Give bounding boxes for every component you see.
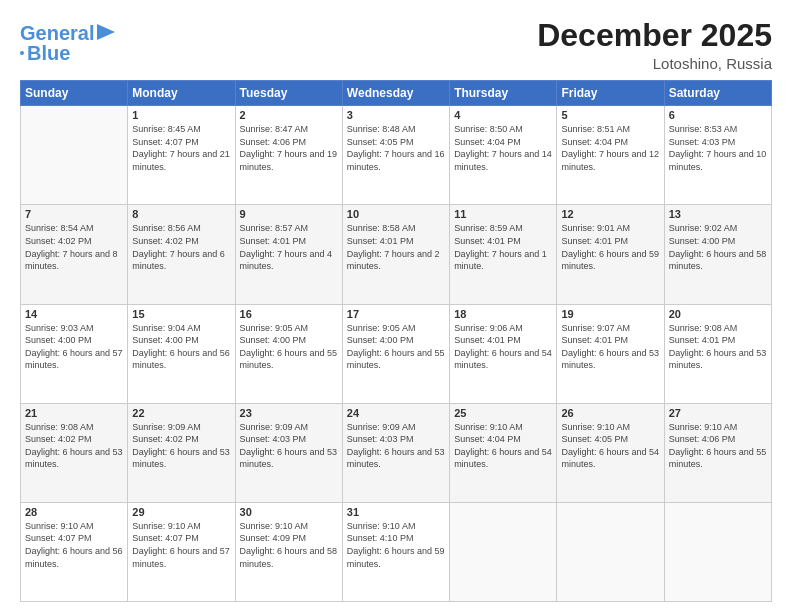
day-number: 5 xyxy=(561,109,659,121)
day-info: Sunrise: 9:09 AMSunset: 4:03 PMDaylight:… xyxy=(240,421,338,471)
calendar-cell: 11Sunrise: 8:59 AMSunset: 4:01 PMDayligh… xyxy=(450,205,557,304)
calendar-cell: 3Sunrise: 8:48 AMSunset: 4:05 PMDaylight… xyxy=(342,106,449,205)
day-number: 2 xyxy=(240,109,338,121)
day-number: 26 xyxy=(561,407,659,419)
logo-text: General xyxy=(20,22,94,44)
day-number: 16 xyxy=(240,308,338,320)
calendar-cell xyxy=(21,106,128,205)
calendar-cell: 16Sunrise: 9:05 AMSunset: 4:00 PMDayligh… xyxy=(235,304,342,403)
calendar-cell: 25Sunrise: 9:10 AMSunset: 4:04 PMDayligh… xyxy=(450,403,557,502)
day-info: Sunrise: 9:01 AMSunset: 4:01 PMDaylight:… xyxy=(561,222,659,272)
calendar-cell: 19Sunrise: 9:07 AMSunset: 4:01 PMDayligh… xyxy=(557,304,664,403)
day-info: Sunrise: 9:10 AMSunset: 4:07 PMDaylight:… xyxy=(25,520,123,570)
day-number: 31 xyxy=(347,506,445,518)
calendar-cell: 10Sunrise: 8:58 AMSunset: 4:01 PMDayligh… xyxy=(342,205,449,304)
day-number: 28 xyxy=(25,506,123,518)
day-info: Sunrise: 8:50 AMSunset: 4:04 PMDaylight:… xyxy=(454,123,552,173)
weekday-header-monday: Monday xyxy=(128,81,235,106)
calendar-cell: 24Sunrise: 9:09 AMSunset: 4:03 PMDayligh… xyxy=(342,403,449,502)
day-info: Sunrise: 9:10 AMSunset: 4:07 PMDaylight:… xyxy=(132,520,230,570)
day-info: Sunrise: 9:10 AMSunset: 4:05 PMDaylight:… xyxy=(561,421,659,471)
day-info: Sunrise: 9:03 AMSunset: 4:00 PMDaylight:… xyxy=(25,322,123,372)
day-info: Sunrise: 9:07 AMSunset: 4:01 PMDaylight:… xyxy=(561,322,659,372)
day-number: 27 xyxy=(669,407,767,419)
logo-blue-text: Blue xyxy=(27,42,70,64)
day-number: 30 xyxy=(240,506,338,518)
day-info: Sunrise: 9:06 AMSunset: 4:01 PMDaylight:… xyxy=(454,322,552,372)
day-number: 9 xyxy=(240,208,338,220)
calendar-cell: 22Sunrise: 9:09 AMSunset: 4:02 PMDayligh… xyxy=(128,403,235,502)
calendar-cell: 7Sunrise: 8:54 AMSunset: 4:02 PMDaylight… xyxy=(21,205,128,304)
day-info: Sunrise: 9:10 AMSunset: 4:09 PMDaylight:… xyxy=(240,520,338,570)
week-row-0: 1Sunrise: 8:45 AMSunset: 4:07 PMDaylight… xyxy=(21,106,772,205)
day-number: 4 xyxy=(454,109,552,121)
weekday-header-row: SundayMondayTuesdayWednesdayThursdayFrid… xyxy=(21,81,772,106)
calendar-cell: 15Sunrise: 9:04 AMSunset: 4:00 PMDayligh… xyxy=(128,304,235,403)
calendar-cell: 18Sunrise: 9:06 AMSunset: 4:01 PMDayligh… xyxy=(450,304,557,403)
weekday-header-wednesday: Wednesday xyxy=(342,81,449,106)
calendar-cell: 14Sunrise: 9:03 AMSunset: 4:00 PMDayligh… xyxy=(21,304,128,403)
day-info: Sunrise: 9:10 AMSunset: 4:10 PMDaylight:… xyxy=(347,520,445,570)
day-number: 20 xyxy=(669,308,767,320)
day-number: 29 xyxy=(132,506,230,518)
calendar-cell: 31Sunrise: 9:10 AMSunset: 4:10 PMDayligh… xyxy=(342,502,449,601)
day-number: 17 xyxy=(347,308,445,320)
day-info: Sunrise: 9:10 AMSunset: 4:06 PMDaylight:… xyxy=(669,421,767,471)
day-info: Sunrise: 9:04 AMSunset: 4:00 PMDaylight:… xyxy=(132,322,230,372)
calendar-cell: 6Sunrise: 8:53 AMSunset: 4:03 PMDaylight… xyxy=(664,106,771,205)
day-number: 14 xyxy=(25,308,123,320)
day-number: 3 xyxy=(347,109,445,121)
weekday-header-tuesday: Tuesday xyxy=(235,81,342,106)
calendar-cell: 23Sunrise: 9:09 AMSunset: 4:03 PMDayligh… xyxy=(235,403,342,502)
calendar-cell: 30Sunrise: 9:10 AMSunset: 4:09 PMDayligh… xyxy=(235,502,342,601)
day-number: 23 xyxy=(240,407,338,419)
day-number: 13 xyxy=(669,208,767,220)
calendar-cell: 4Sunrise: 8:50 AMSunset: 4:04 PMDaylight… xyxy=(450,106,557,205)
weekday-header-thursday: Thursday xyxy=(450,81,557,106)
month-year: December 2025 xyxy=(537,18,772,53)
day-number: 11 xyxy=(454,208,552,220)
calendar-cell: 27Sunrise: 9:10 AMSunset: 4:06 PMDayligh… xyxy=(664,403,771,502)
weekday-header-saturday: Saturday xyxy=(664,81,771,106)
logo: General Blue xyxy=(20,22,115,64)
day-info: Sunrise: 9:08 AMSunset: 4:02 PMDaylight:… xyxy=(25,421,123,471)
day-number: 22 xyxy=(132,407,230,419)
day-number: 15 xyxy=(132,308,230,320)
week-row-3: 21Sunrise: 9:08 AMSunset: 4:02 PMDayligh… xyxy=(21,403,772,502)
day-info: Sunrise: 9:05 AMSunset: 4:00 PMDaylight:… xyxy=(347,322,445,372)
weekday-header-sunday: Sunday xyxy=(21,81,128,106)
calendar-cell: 8Sunrise: 8:56 AMSunset: 4:02 PMDaylight… xyxy=(128,205,235,304)
svg-marker-0 xyxy=(97,24,115,40)
day-number: 25 xyxy=(454,407,552,419)
day-number: 19 xyxy=(561,308,659,320)
day-number: 8 xyxy=(132,208,230,220)
location: Lotoshino, Russia xyxy=(537,55,772,72)
calendar-cell: 20Sunrise: 9:08 AMSunset: 4:01 PMDayligh… xyxy=(664,304,771,403)
calendar-cell xyxy=(557,502,664,601)
calendar-cell: 1Sunrise: 8:45 AMSunset: 4:07 PMDaylight… xyxy=(128,106,235,205)
day-number: 21 xyxy=(25,407,123,419)
calendar-cell: 28Sunrise: 9:10 AMSunset: 4:07 PMDayligh… xyxy=(21,502,128,601)
day-info: Sunrise: 8:57 AMSunset: 4:01 PMDaylight:… xyxy=(240,222,338,272)
day-info: Sunrise: 9:09 AMSunset: 4:03 PMDaylight:… xyxy=(347,421,445,471)
calendar-cell xyxy=(664,502,771,601)
day-info: Sunrise: 8:58 AMSunset: 4:01 PMDaylight:… xyxy=(347,222,445,272)
calendar-cell: 5Sunrise: 8:51 AMSunset: 4:04 PMDaylight… xyxy=(557,106,664,205)
week-row-4: 28Sunrise: 9:10 AMSunset: 4:07 PMDayligh… xyxy=(21,502,772,601)
day-info: Sunrise: 8:47 AMSunset: 4:06 PMDaylight:… xyxy=(240,123,338,173)
calendar-cell: 2Sunrise: 8:47 AMSunset: 4:06 PMDaylight… xyxy=(235,106,342,205)
day-number: 12 xyxy=(561,208,659,220)
calendar-cell: 12Sunrise: 9:01 AMSunset: 4:01 PMDayligh… xyxy=(557,205,664,304)
calendar-cell: 21Sunrise: 9:08 AMSunset: 4:02 PMDayligh… xyxy=(21,403,128,502)
calendar-cell: 9Sunrise: 8:57 AMSunset: 4:01 PMDaylight… xyxy=(235,205,342,304)
day-info: Sunrise: 8:54 AMSunset: 4:02 PMDaylight:… xyxy=(25,222,123,272)
day-info: Sunrise: 8:45 AMSunset: 4:07 PMDaylight:… xyxy=(132,123,230,173)
day-info: Sunrise: 8:56 AMSunset: 4:02 PMDaylight:… xyxy=(132,222,230,272)
day-info: Sunrise: 8:48 AMSunset: 4:05 PMDaylight:… xyxy=(347,123,445,173)
calendar-cell: 17Sunrise: 9:05 AMSunset: 4:00 PMDayligh… xyxy=(342,304,449,403)
day-info: Sunrise: 9:08 AMSunset: 4:01 PMDaylight:… xyxy=(669,322,767,372)
day-number: 10 xyxy=(347,208,445,220)
calendar-cell: 13Sunrise: 9:02 AMSunset: 4:00 PMDayligh… xyxy=(664,205,771,304)
week-row-2: 14Sunrise: 9:03 AMSunset: 4:00 PMDayligh… xyxy=(21,304,772,403)
header: General Blue December 2025 Lotoshino, Ru… xyxy=(20,18,772,72)
